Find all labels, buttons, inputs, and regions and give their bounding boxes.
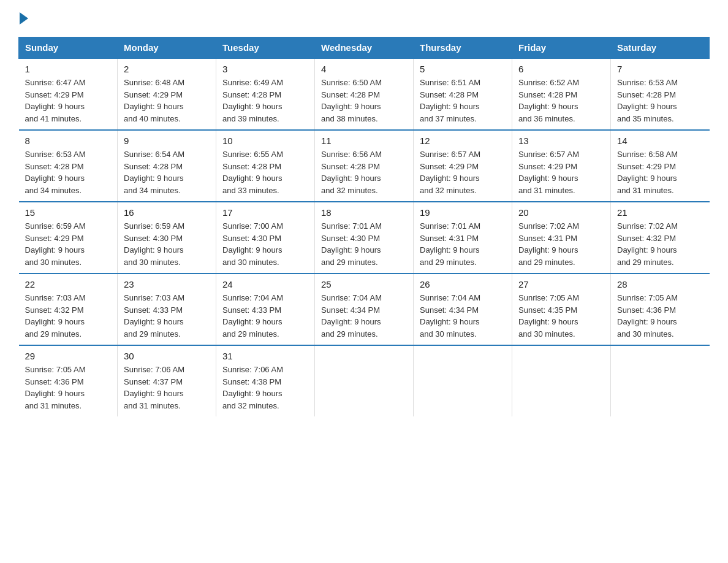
calendar-day-cell: 12 Sunrise: 6:57 AMSunset: 4:29 PMDaylig…	[414, 130, 512, 202]
day-info: Sunrise: 7:05 AMSunset: 4:35 PMDaylight:…	[518, 292, 604, 340]
day-info: Sunrise: 7:02 AMSunset: 4:31 PMDaylight:…	[518, 220, 604, 268]
day-info: Sunrise: 6:49 AMSunset: 4:28 PMDaylight:…	[222, 77, 308, 124]
weekday-header-friday: Friday	[512, 37, 611, 59]
calendar-day-cell: 20 Sunrise: 7:02 AMSunset: 4:31 PMDaylig…	[512, 202, 611, 274]
weekday-header-wednesday: Wednesday	[315, 37, 414, 59]
day-info: Sunrise: 6:57 AMSunset: 4:29 PMDaylight:…	[518, 148, 604, 196]
calendar-day-cell: 26 Sunrise: 7:04 AMSunset: 4:34 PMDaylig…	[414, 274, 512, 345]
calendar-day-cell: 22 Sunrise: 7:03 AMSunset: 4:32 PMDaylig…	[19, 274, 118, 345]
day-number: 19	[420, 207, 506, 218]
calendar-week-row: 15 Sunrise: 6:59 AMSunset: 4:29 PMDaylig…	[19, 202, 710, 274]
day-number: 30	[124, 351, 210, 361]
day-number: 12	[420, 136, 506, 146]
day-info: Sunrise: 6:53 AMSunset: 4:28 PMDaylight:…	[617, 77, 703, 124]
day-number: 23	[124, 279, 210, 289]
calendar-day-cell: 8 Sunrise: 6:53 AMSunset: 4:28 PMDayligh…	[19, 130, 118, 202]
calendar-day-cell: 21 Sunrise: 7:02 AMSunset: 4:32 PMDaylig…	[611, 202, 710, 274]
page-header	[18, 12, 710, 26]
day-number: 15	[25, 207, 112, 218]
calendar-day-cell	[512, 345, 611, 416]
day-info: Sunrise: 7:01 AMSunset: 4:31 PMDaylight:…	[420, 220, 506, 268]
day-info: Sunrise: 6:57 AMSunset: 4:29 PMDaylight:…	[420, 148, 506, 196]
day-number: 20	[518, 207, 604, 218]
calendar-week-row: 22 Sunrise: 7:03 AMSunset: 4:32 PMDaylig…	[19, 274, 710, 345]
day-number: 8	[25, 136, 112, 146]
day-number: 27	[518, 279, 604, 289]
calendar-day-cell: 23 Sunrise: 7:03 AMSunset: 4:33 PMDaylig…	[118, 274, 216, 345]
calendar-day-cell: 17 Sunrise: 7:00 AMSunset: 4:30 PMDaylig…	[216, 202, 315, 274]
day-info: Sunrise: 6:53 AMSunset: 4:28 PMDaylight:…	[25, 148, 112, 196]
weekday-header-monday: Monday	[118, 37, 216, 59]
calendar-day-cell: 4 Sunrise: 6:50 AMSunset: 4:28 PMDayligh…	[315, 58, 414, 130]
day-info: Sunrise: 6:58 AMSunset: 4:29 PMDaylight:…	[617, 148, 703, 196]
calendar-header: SundayMondayTuesdayWednesdayThursdayFrid…	[19, 37, 710, 59]
calendar-day-cell: 16 Sunrise: 6:59 AMSunset: 4:30 PMDaylig…	[118, 202, 216, 274]
weekday-header-row: SundayMondayTuesdayWednesdayThursdayFrid…	[19, 37, 710, 59]
day-info: Sunrise: 6:59 AMSunset: 4:29 PMDaylight:…	[25, 220, 112, 268]
calendar-day-cell	[611, 345, 710, 416]
day-info: Sunrise: 7:01 AMSunset: 4:30 PMDaylight:…	[321, 220, 407, 268]
day-number: 29	[25, 351, 112, 361]
calendar-week-row: 1 Sunrise: 6:47 AMSunset: 4:29 PMDayligh…	[19, 58, 710, 130]
weekday-header-sunday: Sunday	[19, 37, 118, 59]
day-number: 5	[420, 64, 506, 74]
day-info: Sunrise: 7:03 AMSunset: 4:32 PMDaylight:…	[25, 292, 112, 340]
day-number: 22	[25, 279, 112, 289]
day-info: Sunrise: 6:59 AMSunset: 4:30 PMDaylight:…	[124, 220, 210, 268]
day-number: 21	[617, 207, 703, 218]
day-number: 6	[518, 64, 604, 74]
calendar-day-cell: 30 Sunrise: 7:06 AMSunset: 4:37 PMDaylig…	[118, 345, 216, 416]
day-number: 28	[617, 279, 703, 289]
day-number: 3	[222, 64, 308, 74]
calendar-day-cell	[315, 345, 414, 416]
calendar-day-cell: 1 Sunrise: 6:47 AMSunset: 4:29 PMDayligh…	[19, 58, 118, 130]
calendar-day-cell: 13 Sunrise: 6:57 AMSunset: 4:29 PMDaylig…	[512, 130, 611, 202]
day-number: 24	[222, 279, 308, 289]
day-info: Sunrise: 7:05 AMSunset: 4:36 PMDaylight:…	[617, 292, 703, 340]
day-number: 16	[124, 207, 210, 218]
day-info: Sunrise: 6:51 AMSunset: 4:28 PMDaylight:…	[420, 77, 506, 124]
calendar-table: SundayMondayTuesdayWednesdayThursdayFrid…	[18, 37, 710, 416]
calendar-day-cell: 7 Sunrise: 6:53 AMSunset: 4:28 PMDayligh…	[611, 58, 710, 130]
calendar-day-cell	[414, 345, 512, 416]
day-number: 31	[222, 351, 308, 361]
calendar-day-cell: 19 Sunrise: 7:01 AMSunset: 4:31 PMDaylig…	[414, 202, 512, 274]
day-number: 7	[617, 64, 703, 74]
day-info: Sunrise: 7:06 AMSunset: 4:37 PMDaylight:…	[124, 364, 210, 412]
calendar-day-cell: 24 Sunrise: 7:04 AMSunset: 4:33 PMDaylig…	[216, 274, 315, 345]
calendar-day-cell: 15 Sunrise: 6:59 AMSunset: 4:29 PMDaylig…	[19, 202, 118, 274]
calendar-day-cell: 14 Sunrise: 6:58 AMSunset: 4:29 PMDaylig…	[611, 130, 710, 202]
calendar-day-cell: 29 Sunrise: 7:05 AMSunset: 4:36 PMDaylig…	[19, 345, 118, 416]
day-number: 18	[321, 207, 407, 218]
day-info: Sunrise: 7:05 AMSunset: 4:36 PMDaylight:…	[25, 364, 112, 412]
calendar-day-cell: 11 Sunrise: 6:56 AMSunset: 4:28 PMDaylig…	[315, 130, 414, 202]
day-number: 9	[124, 136, 210, 146]
calendar-day-cell: 2 Sunrise: 6:48 AMSunset: 4:29 PMDayligh…	[118, 58, 216, 130]
calendar-day-cell: 28 Sunrise: 7:05 AMSunset: 4:36 PMDaylig…	[611, 274, 710, 345]
day-number: 25	[321, 279, 407, 289]
logo	[18, 12, 29, 26]
day-info: Sunrise: 6:50 AMSunset: 4:28 PMDaylight:…	[321, 77, 407, 124]
day-info: Sunrise: 7:04 AMSunset: 4:34 PMDaylight:…	[321, 292, 407, 340]
day-info: Sunrise: 7:03 AMSunset: 4:33 PMDaylight:…	[124, 292, 210, 340]
calendar-day-cell: 10 Sunrise: 6:55 AMSunset: 4:28 PMDaylig…	[216, 130, 315, 202]
day-number: 17	[222, 207, 308, 218]
day-info: Sunrise: 7:04 AMSunset: 4:34 PMDaylight:…	[420, 292, 506, 340]
day-number: 13	[518, 136, 604, 146]
calendar-day-cell: 25 Sunrise: 7:04 AMSunset: 4:34 PMDaylig…	[315, 274, 414, 345]
day-info: Sunrise: 7:02 AMSunset: 4:32 PMDaylight:…	[617, 220, 703, 268]
day-info: Sunrise: 7:00 AMSunset: 4:30 PMDaylight:…	[222, 220, 308, 268]
day-info: Sunrise: 6:47 AMSunset: 4:29 PMDaylight:…	[25, 77, 112, 124]
calendar-week-row: 8 Sunrise: 6:53 AMSunset: 4:28 PMDayligh…	[19, 130, 710, 202]
day-number: 26	[420, 279, 506, 289]
weekday-header-thursday: Thursday	[414, 37, 512, 59]
day-number: 2	[124, 64, 210, 74]
calendar-body: 1 Sunrise: 6:47 AMSunset: 4:29 PMDayligh…	[19, 58, 710, 416]
day-number: 11	[321, 136, 407, 146]
day-info: Sunrise: 6:56 AMSunset: 4:28 PMDaylight:…	[321, 148, 407, 196]
calendar-week-row: 29 Sunrise: 7:05 AMSunset: 4:36 PMDaylig…	[19, 345, 710, 416]
day-info: Sunrise: 6:52 AMSunset: 4:28 PMDaylight:…	[518, 77, 604, 124]
weekday-header-saturday: Saturday	[611, 37, 710, 59]
calendar-day-cell: 3 Sunrise: 6:49 AMSunset: 4:28 PMDayligh…	[216, 58, 315, 130]
day-info: Sunrise: 7:06 AMSunset: 4:38 PMDaylight:…	[222, 364, 308, 412]
